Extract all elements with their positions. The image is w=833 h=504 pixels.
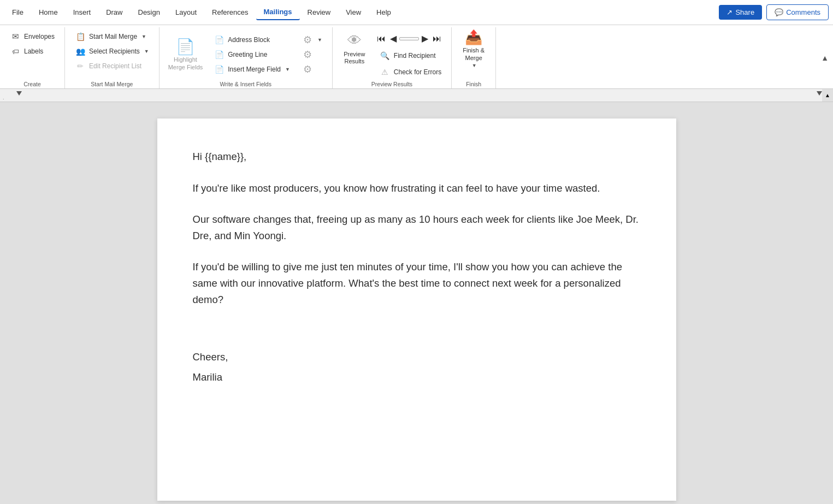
preview-counter[interactable]	[399, 37, 419, 40]
label-icon: 🏷	[10, 46, 21, 57]
match-fields-button[interactable]: ⚙	[298, 48, 327, 62]
finish-merge-label: Finish &Merge	[463, 47, 485, 61]
check-for-errors-button[interactable]: ⚠ Check for Errors	[375, 65, 446, 79]
preview-next-button[interactable]: ▶	[420, 32, 430, 45]
preview-prev-button[interactable]: ◀	[388, 32, 398, 45]
ribbon-collapse-button[interactable]: ▲	[819, 51, 831, 64]
finish-group-content: 📤 Finish &Merge ▼	[457, 29, 490, 79]
write-insert-icon-buttons: ⚙ ▼ ⚙ ⚙	[298, 33, 327, 76]
select-recipients-button[interactable]: 👥 Select Recipients ▼	[70, 44, 153, 58]
ribbon-group-finish: 📤 Finish &Merge ▼ Finish	[452, 27, 496, 88]
start-mail-merge-dropdown-arrow: ▼	[141, 34, 146, 39]
create-group-content: ✉ Envelopes 🏷 Labels	[5, 29, 59, 79]
preview-last-button[interactable]: ⏭	[431, 32, 443, 45]
greeting-line-icon: 📄	[214, 49, 225, 60]
address-block-icon: 📄	[214, 34, 225, 45]
ruler-marks: ·	[0, 89, 833, 102]
start-mail-merge-buttons: 📋 Start Mail Merge ▼ 👥 Select Recipients…	[70, 29, 153, 73]
preview-results-icon: 👁	[346, 32, 363, 50]
menu-help[interactable]: Help	[369, 5, 399, 20]
select-recipients-dropdown-arrow: ▼	[144, 49, 149, 54]
match-fields-icon: ⚙	[302, 49, 313, 60]
document-area: Hi {{name}}, If you're like most produce…	[0, 102, 833, 504]
doc-para-spacer	[193, 323, 641, 339]
update-labels-button[interactable]: ⚙	[298, 62, 327, 76]
doc-para-software: Our software changes that, freeing up as…	[193, 211, 641, 244]
doc-para-cheers: Cheers,	[193, 349, 641, 365]
menu-draw[interactable]: Draw	[98, 5, 130, 20]
menu-mailings[interactable]: Mailings	[256, 4, 300, 20]
ruler-inner: ·	[0, 89, 833, 102]
ribbon-group-start-mail-merge: 📋 Start Mail Merge ▼ 👥 Select Recipients…	[65, 27, 159, 88]
finish-merge-icon: 📤	[465, 29, 482, 46]
menu-layout[interactable]: Layout	[168, 5, 204, 20]
preview-results-group-label: Preview Results	[338, 79, 446, 87]
rules-button[interactable]: ⚙ ▼	[298, 33, 327, 47]
preview-results-group-content: 👁 PreviewResults ⏮ ◀ ▶ ⏭ 🔍 Find Recipien…	[338, 29, 446, 79]
ruler-mark: ·	[3, 96, 4, 102]
menu-review[interactable]: Review	[300, 5, 339, 20]
menu-design[interactable]: Design	[131, 5, 168, 20]
menu-bar: File Home Insert Draw Design Layout Refe…	[0, 0, 833, 25]
comments-icon: 💬	[775, 8, 783, 16]
ribbon-group-preview-results: 👁 PreviewResults ⏮ ◀ ▶ ⏭ 🔍 Find Recipien…	[333, 27, 452, 88]
ruler-collapse-button[interactable]: ▲	[822, 89, 833, 102]
doc-para-greeting: Hi {{name}},	[193, 149, 641, 165]
document-page[interactable]: Hi {{name}}, If you're like most produce…	[157, 118, 676, 501]
ribbon: ✉ Envelopes 🏷 Labels Create 📋 Start Mail…	[0, 25, 833, 89]
menu-references[interactable]: References	[204, 5, 256, 20]
finish-merge-button[interactable]: 📤 Finish &Merge ▼	[457, 29, 490, 68]
finish-group-label: Finish	[457, 79, 490, 87]
create-group-label: Create	[5, 79, 59, 87]
address-block-button[interactable]: 📄 Address Block	[209, 33, 294, 47]
find-recipient-icon: 🔍	[380, 50, 391, 61]
rules-dropdown-arrow: ▼	[317, 37, 322, 43]
highlight-merge-fields-label: HighlightMerge Fields	[168, 56, 203, 70]
share-icon: ↗	[726, 8, 732, 16]
menu-home[interactable]: Home	[31, 5, 66, 20]
greeting-line-button[interactable]: 📄 Greeting Line	[209, 48, 294, 62]
envelopes-button[interactable]: ✉ Envelopes	[5, 29, 59, 44]
start-mail-merge-group-content: 📋 Start Mail Merge ▼ 👥 Select Recipients…	[70, 29, 153, 79]
comments-button[interactable]: 💬 Comments	[766, 4, 829, 20]
ribbon-spacer	[496, 27, 817, 88]
ribbon-collapse-area: ▲	[817, 27, 833, 88]
check-for-errors-icon: ⚠	[380, 67, 391, 78]
write-insert-group-content: 📄 HighlightMerge Fields 📄 Address Block …	[165, 29, 327, 79]
update-labels-icon: ⚙	[302, 64, 313, 75]
menu-file[interactable]: File	[4, 5, 31, 20]
menu-view[interactable]: View	[338, 5, 369, 20]
insert-merge-field-button[interactable]: 📄 Insert Merge Field ▼	[209, 62, 294, 76]
edit-recipient-list-button[interactable]: ✏ Edit Recipient List	[70, 59, 153, 73]
ribbon-group-write-insert: 📄 HighlightMerge Fields 📄 Address Block …	[159, 27, 333, 88]
edit-recipient-list-icon: ✏	[75, 61, 86, 72]
menu-insert[interactable]: Insert	[66, 5, 99, 20]
ruler: · ▲	[0, 89, 833, 102]
start-mail-merge-button[interactable]: 📋 Start Mail Merge ▼	[70, 29, 153, 44]
insert-merge-field-icon: 📄	[214, 64, 225, 75]
highlight-merge-fields-icon: 📄	[176, 38, 194, 55]
select-recipients-icon: 👥	[75, 46, 86, 57]
start-mail-merge-icon: 📋	[75, 31, 86, 42]
preview-nav-row: ⏮ ◀ ▶ ⏭	[375, 29, 446, 45]
doc-para-intro: If you're like most producers, you know …	[193, 180, 641, 197]
find-recipient-button[interactable]: 🔍 Find Recipient	[375, 49, 446, 63]
doc-para-offer: If you'd be willing to give me just ten …	[193, 259, 641, 307]
envelope-icon: ✉	[10, 31, 21, 42]
preview-first-button[interactable]: ⏮	[375, 32, 387, 45]
preview-results-button[interactable]: 👁 PreviewResults	[338, 29, 371, 68]
doc-para-signature: Marilia	[193, 369, 641, 386]
write-insert-group-label: Write & Insert Fields	[165, 79, 327, 87]
rules-icon: ⚙	[302, 34, 313, 45]
finish-merge-dropdown-arrow: ▼	[472, 63, 477, 68]
preview-results-label: PreviewResults	[344, 51, 365, 65]
write-insert-small-buttons: 📄 Address Block 📄 Greeting Line 📄 Insert…	[209, 33, 294, 76]
highlight-merge-fields-button[interactable]: 📄 HighlightMerge Fields	[165, 35, 206, 74]
insert-merge-field-dropdown-arrow: ▼	[285, 67, 290, 72]
preview-nav-container: ⏮ ◀ ▶ ⏭ 🔍 Find Recipient ⚠ Check for Err…	[375, 29, 446, 79]
create-buttons: ✉ Envelopes 🏷 Labels	[5, 29, 59, 58]
start-mail-merge-group-label: Start Mail Merge	[70, 79, 153, 87]
share-button[interactable]: ↗ Share	[719, 5, 762, 20]
ribbon-group-create: ✉ Envelopes 🏷 Labels Create	[0, 27, 65, 88]
labels-button[interactable]: 🏷 Labels	[5, 44, 59, 58]
